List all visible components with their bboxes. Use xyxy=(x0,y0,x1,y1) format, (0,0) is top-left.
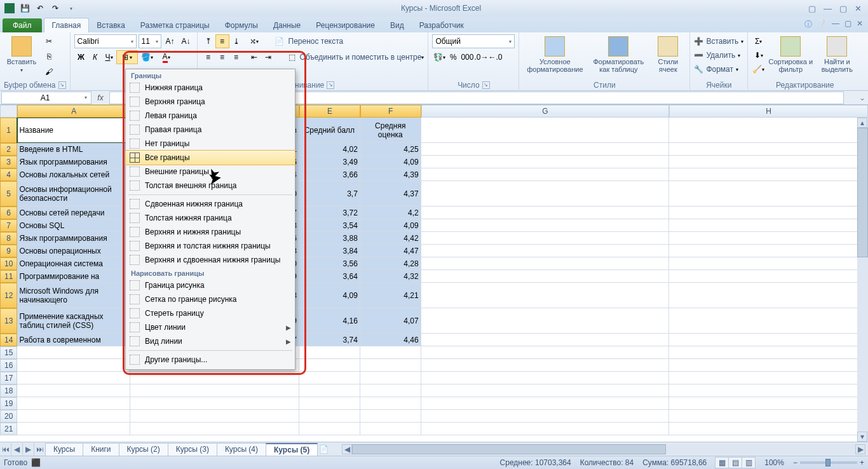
cell[interactable] xyxy=(421,270,670,283)
cell[interactable]: Основы операционных xyxy=(17,245,130,257)
cell[interactable] xyxy=(421,384,670,397)
tab-home[interactable]: Главная xyxy=(44,18,90,32)
cell[interactable]: Средняя оценка xyxy=(360,118,421,143)
clipboard-dialog-launcher[interactable]: ↘ xyxy=(58,81,66,89)
row-header[interactable]: 15 xyxy=(0,346,17,359)
scrollbar-horizontal[interactable]: ◀ ▶ xyxy=(342,444,865,454)
cell[interactable] xyxy=(421,308,670,334)
align-middle-icon[interactable]: ≡ xyxy=(215,34,229,48)
zoom-slider[interactable]: − + xyxy=(793,458,864,467)
col-header-G[interactable]: G xyxy=(421,105,670,118)
tab-page-layout[interactable]: Разметка страницы xyxy=(133,18,217,32)
col-header-F[interactable]: F xyxy=(360,105,421,118)
row-header[interactable]: 1 xyxy=(0,118,17,143)
cell[interactable] xyxy=(360,346,421,359)
cell[interactable] xyxy=(421,372,670,384)
sheet-tab[interactable]: Курсы (2) xyxy=(119,443,168,456)
cell[interactable] xyxy=(669,257,868,270)
ribbon-minimize-icon[interactable]: ▢ xyxy=(808,4,816,13)
row-header[interactable]: 17 xyxy=(0,372,17,384)
row-header[interactable]: 2 xyxy=(0,143,17,156)
cell[interactable] xyxy=(421,245,670,257)
cell[interactable] xyxy=(669,308,868,334)
cell[interactable] xyxy=(360,423,421,435)
name-box[interactable]: A1▾ xyxy=(1,92,92,104)
cell[interactable] xyxy=(299,423,360,435)
scroll-left-icon[interactable]: ◀ xyxy=(342,444,352,454)
normal-view-icon[interactable]: ▦ xyxy=(715,457,729,468)
cell[interactable] xyxy=(421,232,670,245)
cell[interactable]: 4,37 xyxy=(360,181,421,207)
save-icon[interactable]: 💾 xyxy=(18,1,32,15)
cell[interactable] xyxy=(669,410,868,423)
cell[interactable] xyxy=(421,359,670,372)
borders-menu-item[interactable]: Граница рисунка xyxy=(126,278,295,292)
redo-icon[interactable]: ↷ xyxy=(48,1,62,15)
cell[interactable]: Название xyxy=(17,118,130,143)
fill-icon[interactable]: ⬇▾ xyxy=(752,48,765,62)
cell[interactable]: 4,07 xyxy=(360,308,421,334)
underline-icon[interactable]: Ч▾ xyxy=(102,50,116,64)
row-header[interactable]: 12 xyxy=(0,283,17,308)
cell[interactable]: 4,09 xyxy=(299,283,360,308)
cell[interactable]: Средний балл xyxy=(299,118,360,143)
orientation-icon[interactable]: ⤭▾ xyxy=(247,34,261,48)
cell[interactable] xyxy=(669,232,868,245)
cell[interactable] xyxy=(130,423,299,435)
conditional-formatting-button[interactable]: Условное форматирование xyxy=(523,34,587,79)
align-top-icon[interactable]: ⤒ xyxy=(201,34,215,48)
excel-icon[interactable] xyxy=(3,1,17,15)
cell[interactable] xyxy=(17,372,130,384)
borders-menu-item[interactable]: Вид линии▶ xyxy=(126,334,295,348)
number-dialog-launcher[interactable]: ↘ xyxy=(482,81,490,89)
sheet-tab[interactable]: Курсы (5) xyxy=(266,443,318,456)
clear-icon[interactable]: 🧹▾ xyxy=(752,62,765,76)
cell[interactable]: 4,42 xyxy=(360,232,421,245)
cell[interactable] xyxy=(669,334,868,346)
borders-menu-item[interactable]: Нет границы xyxy=(126,137,295,151)
cell[interactable] xyxy=(360,384,421,397)
row-header[interactable]: 4 xyxy=(0,168,17,181)
align-center-icon[interactable]: ≡ xyxy=(215,50,229,64)
scrollbar-vertical[interactable]: ▴ ▾ xyxy=(857,118,868,442)
grow-font-icon[interactable]: A↑ xyxy=(163,34,177,48)
find-select-button[interactable]: Найти и выделить xyxy=(816,34,858,79)
row-header[interactable]: 5 xyxy=(0,181,17,207)
sheet-tab[interactable]: Курсы xyxy=(45,443,83,456)
cell[interactable] xyxy=(669,397,868,410)
cell[interactable]: Работа в современном xyxy=(17,334,130,346)
cell[interactable] xyxy=(669,118,868,143)
cell[interactable] xyxy=(669,219,868,232)
row-header[interactable]: 18 xyxy=(0,384,17,397)
sheet-tab[interactable]: Книги xyxy=(83,443,119,456)
scroll-up-icon[interactable]: ▴ xyxy=(857,118,867,128)
cell[interactable] xyxy=(669,359,868,372)
borders-menu-item[interactable]: Нижняя граница xyxy=(126,81,295,95)
cell[interactable] xyxy=(17,384,130,397)
row-header[interactable]: 20 xyxy=(0,410,17,423)
select-all-corner[interactable] xyxy=(0,105,17,118)
delete-cells-icon[interactable]: ➖ xyxy=(694,51,703,60)
cell[interactable] xyxy=(421,143,670,156)
new-sheet-icon[interactable]: 📄 xyxy=(318,443,329,456)
scroll-down-icon[interactable]: ▾ xyxy=(857,432,867,442)
cell[interactable] xyxy=(421,283,670,308)
row-header[interactable]: 16 xyxy=(0,359,17,372)
copy-icon[interactable]: ⎘ xyxy=(42,50,56,64)
cell[interactable]: 4,21 xyxy=(360,283,421,308)
cut-icon[interactable]: ✂ xyxy=(42,34,56,48)
format-painter-icon[interactable]: 🖌 xyxy=(42,65,56,79)
borders-menu-item[interactable]: Толстая внешняя граница xyxy=(126,179,295,193)
cell[interactable] xyxy=(17,397,130,410)
cell[interactable]: 3,84 xyxy=(299,245,360,257)
row-header[interactable]: 19 xyxy=(0,397,17,410)
tab-view[interactable]: Вид xyxy=(383,18,412,32)
row-header[interactable]: 11 xyxy=(0,270,17,283)
borders-menu-item[interactable]: Другие границы... xyxy=(126,353,295,367)
zoom-out-icon[interactable]: − xyxy=(793,458,797,467)
scroll-thumb-v[interactable] xyxy=(857,128,868,257)
minimize-ribbon-icon[interactable]: ⓘ xyxy=(804,19,812,30)
cell[interactable]: 4,32 xyxy=(360,270,421,283)
insert-cells-icon[interactable]: ➕ xyxy=(694,37,703,46)
row-header[interactable]: 14 xyxy=(0,334,17,346)
